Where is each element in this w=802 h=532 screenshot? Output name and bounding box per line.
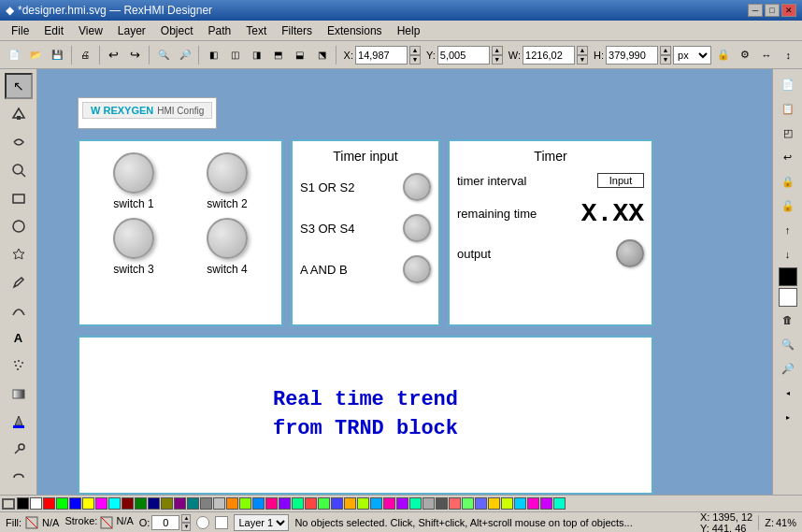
- palette-color[interactable]: [357, 497, 369, 510]
- switch-3-circle[interactable]: [113, 218, 154, 259]
- tb-flip-v[interactable]: ↕: [779, 45, 798, 65]
- tool-select[interactable]: ↖: [5, 73, 33, 99]
- w-up[interactable]: ▲: [577, 46, 588, 55]
- palette-color[interactable]: [331, 497, 343, 510]
- menu-layer[interactable]: Layer: [110, 22, 153, 39]
- rp-paste[interactable]: ◰: [777, 122, 799, 144]
- palette-color[interactable]: [213, 497, 225, 510]
- switch-4-circle[interactable]: [207, 218, 248, 259]
- palette-color[interactable]: [187, 497, 199, 510]
- palette-color[interactable]: [135, 497, 147, 510]
- palette-color[interactable]: [318, 497, 330, 510]
- palette-color[interactable]: [122, 497, 134, 510]
- tool-gradient[interactable]: [5, 381, 33, 407]
- palette-color[interactable]: [161, 497, 173, 510]
- tb-align-top[interactable]: ⬒: [268, 45, 288, 65]
- timer-output-circle[interactable]: [616, 239, 644, 267]
- palette-color[interactable]: [43, 497, 55, 510]
- tb-undo[interactable]: ↩: [104, 45, 123, 65]
- tb-align-left[interactable]: ◧: [203, 45, 222, 65]
- tb-align-mid[interactable]: ⬓: [290, 45, 309, 65]
- palette-color[interactable]: [292, 497, 304, 510]
- palette-color[interactable]: [108, 497, 121, 510]
- tool-text[interactable]: A: [5, 324, 33, 351]
- palette-color[interactable]: [462, 497, 474, 510]
- h-up[interactable]: ▲: [660, 46, 671, 55]
- tool-eyedrop[interactable]: [5, 437, 33, 463]
- tool-connector[interactable]: [5, 465, 33, 491]
- y-input[interactable]: [437, 46, 490, 65]
- palette-color[interactable]: [501, 497, 513, 510]
- layer-select[interactable]: Layer 1: [234, 514, 289, 531]
- palette-color[interactable]: [200, 497, 212, 510]
- tb-lock-ratio[interactable]: 🔒: [713, 45, 733, 65]
- tb-zoom-in[interactable]: 🔍: [153, 45, 173, 65]
- tb-redo[interactable]: ↪: [125, 45, 145, 65]
- palette-color[interactable]: [488, 497, 500, 510]
- rp-unlock[interactable]: 🔓: [777, 194, 799, 217]
- opacity-input[interactable]: [151, 515, 179, 530]
- switch-2-circle[interactable]: [207, 152, 248, 194]
- rp-fill[interactable]: [779, 267, 797, 286]
- tool-circle[interactable]: [5, 213, 33, 239]
- palette-color[interactable]: [17, 497, 29, 510]
- timer-input-circle-3[interactable]: [403, 255, 431, 283]
- tool-spray[interactable]: [5, 352, 33, 379]
- tb-flip-h[interactable]: ↔: [756, 45, 776, 65]
- tb-save[interactable]: 💾: [47, 45, 66, 65]
- close-button[interactable]: ✕: [781, 4, 796, 17]
- tool-fill[interactable]: [5, 409, 33, 435]
- rp-lower[interactable]: ↓: [777, 243, 799, 266]
- rp-delete[interactable]: 🗑: [777, 309, 799, 331]
- palette-color[interactable]: [252, 497, 265, 510]
- palette-color[interactable]: [344, 497, 356, 510]
- palette-color[interactable]: [30, 497, 42, 510]
- palette-color[interactable]: [514, 497, 526, 510]
- y-up[interactable]: ▲: [492, 46, 503, 55]
- palette-color[interactable]: [396, 497, 408, 510]
- tool-tweak[interactable]: [5, 129, 33, 155]
- palette-color[interactable]: [279, 497, 291, 510]
- palette-color[interactable]: [95, 497, 107, 510]
- tb-zoom-out[interactable]: 🔎: [175, 45, 194, 65]
- tb-align-right[interactable]: ◨: [247, 45, 266, 65]
- menu-help[interactable]: Help: [390, 22, 428, 39]
- palette-color[interactable]: [265, 497, 278, 510]
- y-spinner[interactable]: ▲ ▼: [492, 46, 503, 65]
- menu-edit[interactable]: Edit: [36, 22, 71, 39]
- w-spinner[interactable]: ▲ ▼: [577, 46, 588, 65]
- canvas-area[interactable]: W REXYGEN HMI Config switch 1 switch 2: [37, 69, 772, 495]
- menu-file[interactable]: File: [4, 22, 36, 39]
- palette-color[interactable]: [540, 497, 552, 510]
- x-down[interactable]: ▼: [409, 55, 421, 65]
- tb-print[interactable]: 🖨: [76, 45, 95, 65]
- menu-filters[interactable]: Filters: [274, 22, 320, 39]
- rp-undo[interactable]: ↩: [777, 146, 799, 168]
- rp-zoom-out[interactable]: 🔎: [777, 357, 799, 380]
- x-up[interactable]: ▲: [409, 46, 421, 55]
- tb-align-bottom[interactable]: ⬔: [311, 45, 331, 65]
- h-down[interactable]: ▼: [660, 55, 671, 65]
- x-input[interactable]: [355, 46, 408, 65]
- menu-text[interactable]: Text: [238, 22, 274, 39]
- tool-pen[interactable]: [5, 297, 33, 324]
- rp-lock[interactable]: 🔒: [777, 170, 799, 193]
- palette-color[interactable]: [239, 497, 251, 510]
- rp-new[interactable]: 📄: [777, 73, 799, 95]
- timer-interval-input[interactable]: Input: [597, 173, 644, 188]
- y-down[interactable]: ▼: [492, 55, 503, 65]
- h-spinner[interactable]: ▲ ▼: [660, 46, 671, 65]
- unit-select[interactable]: px mm cm in: [673, 46, 711, 65]
- opacity-spinner[interactable]: ▲ ▼: [181, 514, 191, 531]
- menu-path[interactable]: Path: [201, 22, 239, 39]
- palette-color[interactable]: [449, 497, 461, 510]
- tb-align-center[interactable]: ◫: [225, 45, 245, 65]
- switch-1-circle[interactable]: [113, 152, 154, 194]
- rp-scroll-left[interactable]: ◂: [777, 381, 799, 404]
- tool-rect[interactable]: [5, 185, 33, 211]
- menu-view[interactable]: View: [71, 22, 110, 39]
- tool-node[interactable]: [5, 101, 33, 127]
- palette-color[interactable]: [553, 497, 566, 510]
- palette-color[interactable]: [82, 497, 94, 510]
- w-input[interactable]: [523, 46, 575, 65]
